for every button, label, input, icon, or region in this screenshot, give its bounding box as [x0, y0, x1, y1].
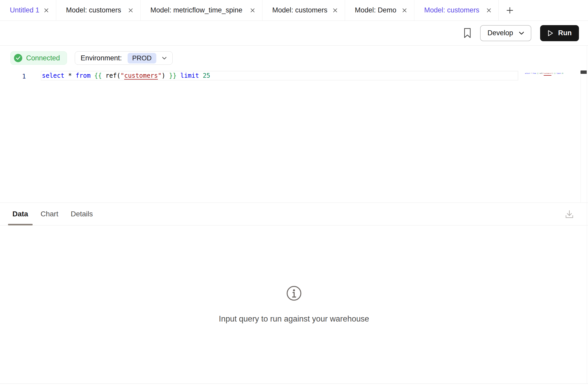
editor-minimap[interactable]: select * from {{ ref("customers") }} lim…: [520, 71, 563, 76]
connection-status-badge: Connected: [10, 51, 67, 65]
run-button[interactable]: Run: [540, 25, 579, 41]
run-label: Run: [558, 29, 572, 37]
tab-label: Model: customers: [66, 6, 121, 14]
tab-data[interactable]: Data: [8, 203, 33, 225]
new-tab-button[interactable]: [499, 0, 521, 20]
tab-model-customers-1[interactable]: Model: customers: [56, 0, 141, 20]
code-line[interactable]: select * from {{ ref("customers") }} lim…: [41, 71, 518, 80]
tab-label: Model: metricflow_time_spine: [150, 6, 242, 14]
bookmark-button[interactable]: [464, 28, 471, 39]
tab-chart[interactable]: Chart: [36, 203, 63, 225]
results-empty-state: Input query to run against your warehous…: [0, 225, 588, 383]
tab-model-customers-3[interactable]: Model: customers: [414, 0, 499, 20]
environment-selector[interactable]: Environment: PROD: [75, 51, 173, 65]
environment-label: Environment:: [81, 54, 122, 62]
minimap-line: select * from {{ ref("customers") }} lim…: [525, 73, 563, 74]
tab-label: Untitled 1: [10, 6, 39, 14]
code-editor[interactable]: 1 select * from {{ ref("customers") }} l…: [0, 71, 588, 81]
tab-model-customers-2[interactable]: Model: customers: [262, 0, 345, 20]
tab-label: Model: customers: [272, 6, 327, 14]
tab-details[interactable]: Details: [66, 203, 97, 225]
close-tab-icon[interactable]: [486, 8, 492, 13]
close-tab-icon[interactable]: [250, 8, 255, 13]
scrollbar-track-divider: [580, 71, 581, 203]
bottom-divider: [0, 383, 588, 384]
tab-label: Model: customers: [424, 6, 479, 14]
chevron-down-icon: [519, 32, 524, 35]
tab-label: Model: Demo: [355, 6, 396, 14]
close-tab-icon[interactable]: [128, 8, 134, 13]
info-icon: [286, 285, 302, 301]
results-tab-label: Data: [12, 210, 28, 218]
results-tab-bar: Data Chart Details: [0, 203, 588, 225]
results-tab-label: Details: [71, 210, 93, 218]
code-line-tokens: select * from {{ ref("customers") }} lim…: [42, 72, 210, 79]
right-edge-divider: [587, 46, 587, 383]
close-tab-icon[interactable]: [43, 8, 49, 13]
plus-icon: [506, 6, 514, 14]
chevron-down-icon: [162, 57, 167, 60]
check-circle-icon: [14, 54, 22, 62]
play-icon: [547, 30, 554, 37]
editor-tab-bar: Untitled 1 Model: customers Model: metri…: [0, 0, 588, 21]
close-tab-icon[interactable]: [332, 8, 338, 13]
line-number: 1: [0, 72, 26, 81]
close-tab-icon[interactable]: [402, 8, 407, 13]
tab-untitled-1[interactable]: Untitled 1: [0, 0, 56, 20]
sql-editor-pane: Connected Environment: PROD 1 select * f…: [0, 46, 588, 203]
environment-value-badge: PROD: [128, 53, 156, 63]
empty-state-message: Input query to run against your warehous…: [219, 314, 369, 324]
bookmark-icon: [464, 28, 471, 39]
tab-model-metricflow-time-spine[interactable]: Model: metricflow_time_spine: [141, 0, 262, 20]
develop-menu-button[interactable]: Develop: [480, 25, 531, 41]
download-results-button[interactable]: [564, 208, 575, 220]
download-icon: [564, 208, 575, 220]
results-pane: Data Chart Details Input query to run ag…: [0, 203, 588, 383]
connection-status-label: Connected: [26, 54, 60, 62]
editor-status-row: Connected Environment: PROD: [10, 51, 173, 65]
results-tab-label: Chart: [41, 210, 58, 218]
develop-label: Develop: [487, 29, 513, 37]
editor-toolbar: Develop Run: [0, 21, 588, 46]
editor-scrollbar-thumb[interactable]: [580, 70, 587, 74]
tab-model-demo[interactable]: Model: Demo: [345, 0, 414, 20]
